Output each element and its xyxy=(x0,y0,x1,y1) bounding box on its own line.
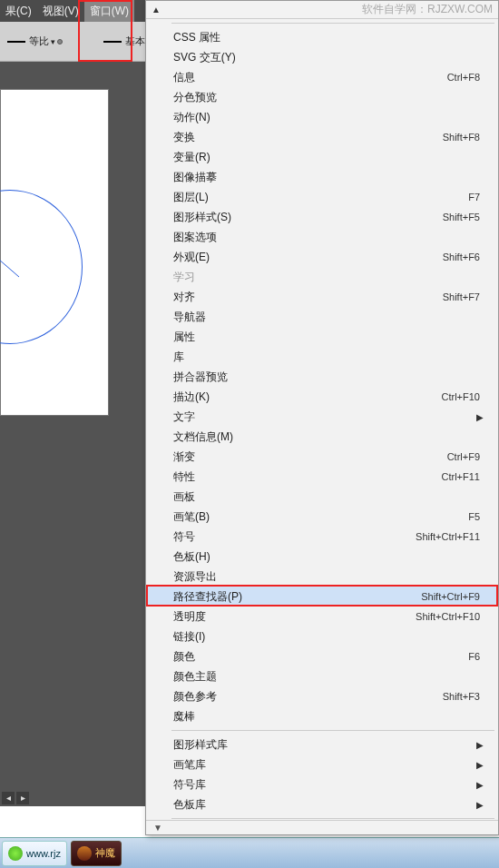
menu-item[interactable]: 动作(N) xyxy=(146,107,498,127)
menu-item[interactable]: 链接(I) xyxy=(146,626,498,646)
menu-item-shortcut: Ctrl+F8 xyxy=(447,72,480,83)
menu-item[interactable]: 渐变Ctrl+F9 xyxy=(146,447,498,467)
menu-view[interactable]: 视图(V) xyxy=(37,0,84,22)
taskbar-item[interactable]: 神魔 xyxy=(71,841,122,866)
menu-item-label: 库 xyxy=(173,350,484,365)
menu-item[interactable]: 颜色主题 xyxy=(146,666,498,686)
ratio-control[interactable]: 等比 ▾ xyxy=(4,35,64,48)
globe-icon xyxy=(8,846,23,861)
menu-item[interactable]: 符号库▶ xyxy=(146,774,498,794)
canvas-scrollbar[interactable]: ◂ ▸ xyxy=(0,790,145,806)
menu-item-label: 对齐 xyxy=(173,290,443,305)
menu-item-shortcut: Shift+Ctrl+F11 xyxy=(416,531,480,542)
menubar: 果(C)视图(V)窗口(W) xyxy=(0,0,145,22)
menu-item[interactable]: 透明度Shift+Ctrl+F10 xyxy=(146,607,498,626)
artboard[interactable] xyxy=(0,89,109,416)
menu-item-label: 颜色参考 xyxy=(173,689,443,705)
taskbar-item-label: 神魔 xyxy=(95,846,115,860)
menu-item-shortcut: F7 xyxy=(468,192,480,202)
menu-item-label: 透明度 xyxy=(173,609,416,625)
canvas-area: ◂ ▸ xyxy=(0,62,145,806)
menu-item-label: 图层(L) xyxy=(173,190,468,205)
menu-item-shortcut: Shift+Ctrl+F9 xyxy=(421,591,480,602)
menu-item[interactable]: 颜色F6 xyxy=(146,646,498,666)
menu-item[interactable]: 库 xyxy=(146,347,498,367)
menu-item-shortcut: F5 xyxy=(468,511,480,522)
menu-separator xyxy=(171,818,494,819)
menu-item[interactable]: 画板 xyxy=(146,487,498,507)
menu-item[interactable]: 颜色参考Shift+F3 xyxy=(146,686,498,706)
menu-item-label: 颜色 xyxy=(173,649,468,665)
menu-item-label: 文字 xyxy=(173,409,471,425)
taskbar-item[interactable]: www.rjz xyxy=(2,841,67,866)
submenu-arrow-icon: ▶ xyxy=(476,780,484,790)
collapse-up-icon[interactable]: ▲ xyxy=(152,5,161,15)
menu-item[interactable]: 文档信息(M) xyxy=(146,427,498,447)
menu-item-label: 导航器 xyxy=(173,310,484,325)
menu-item[interactable]: 图像描摹 xyxy=(146,167,498,187)
watermark-text: 软件自学网：RJZXW.COM xyxy=(362,2,493,17)
menu-item-label: 动作(N) xyxy=(173,110,484,125)
menu-item-label: 图形样式库 xyxy=(173,737,471,753)
menu-item[interactable]: 属性 xyxy=(146,327,498,347)
menu-item[interactable]: SVG 交互(Y) xyxy=(146,47,498,67)
dash-icon xyxy=(7,41,25,43)
path-segment-icon xyxy=(0,253,28,281)
point-icon xyxy=(57,39,63,44)
menu-item-label: 路径查找器(P) xyxy=(173,589,421,605)
menu-item[interactable]: 变换Shift+F8 xyxy=(146,127,498,147)
menu-item[interactable]: 特性Ctrl+F11 xyxy=(146,467,498,487)
menu-item[interactable]: 文字▶ xyxy=(146,407,498,427)
menu-item[interactable]: 色板(H) xyxy=(146,547,498,567)
menu-effect[interactable]: 果(C) xyxy=(0,0,37,22)
scroll-right-icon[interactable]: ▸ xyxy=(16,792,29,804)
menu-item[interactable]: 描边(K)Ctrl+F10 xyxy=(146,387,498,407)
menu-item[interactable]: 图形样式(S)Shift+F5 xyxy=(146,207,498,227)
menu-item-label: 图形样式(S) xyxy=(173,210,443,225)
dropdown-footer: ▼ xyxy=(146,820,498,834)
menu-item[interactable]: 资源导出 xyxy=(146,567,498,587)
menu-item[interactable]: 信息Ctrl+F8 xyxy=(146,67,498,87)
menu-item-label: 拼合器预览 xyxy=(173,370,484,385)
menu-item[interactable]: 符号Shift+Ctrl+F11 xyxy=(146,527,498,547)
menu-item[interactable]: 色板库▶ xyxy=(146,794,498,814)
menu-item[interactable]: 图案选项 xyxy=(146,227,498,247)
menu-item[interactable]: 外观(E)Shift+F6 xyxy=(146,247,498,267)
app-icon xyxy=(77,846,92,861)
menu-item-label: 符号 xyxy=(173,529,416,545)
dropdown-header: ▲ 软件自学网：RJZXW.COM xyxy=(146,1,498,19)
menu-separator xyxy=(171,730,494,731)
menu-item-label: 图案选项 xyxy=(173,230,484,245)
menu-item-shortcut: Shift+Ctrl+F10 xyxy=(416,611,480,622)
menu-item-label: 变量(R) xyxy=(173,150,484,165)
menu-item[interactable]: 图层(L)F7 xyxy=(146,187,498,207)
menu-item[interactable]: 画笔(B)F5 xyxy=(146,507,498,527)
menu-item[interactable]: 分色预览 xyxy=(146,87,498,107)
menu-item[interactable]: CSS 属性 xyxy=(146,27,498,47)
menu-item-label: 分色预览 xyxy=(173,90,484,105)
submenu-arrow-icon: ▶ xyxy=(476,760,484,770)
collapse-down-icon[interactable]: ▼ xyxy=(153,823,162,833)
menu-item-label: 特性 xyxy=(173,469,442,485)
menu-item[interactable]: 魔棒 xyxy=(146,706,498,726)
menu-item[interactable]: 变量(R) xyxy=(146,147,498,167)
menu-window[interactable]: 窗口(W) xyxy=(84,0,134,22)
menu-item-label: 链接(I) xyxy=(173,629,484,645)
menu-item[interactable]: 导航器 xyxy=(146,307,498,327)
menu-item-label: 资源导出 xyxy=(173,569,484,585)
scroll-left-icon[interactable]: ◂ xyxy=(2,792,15,804)
menu-item[interactable]: 图形样式库▶ xyxy=(146,735,498,755)
menu-item-shortcut: Shift+F7 xyxy=(443,291,480,302)
window-menu-dropdown: ▲ 软件自学网：RJZXW.COM CSS 属性SVG 交互(Y)信息Ctrl+… xyxy=(145,0,499,835)
menu-item-shortcut: Shift+F6 xyxy=(443,252,480,262)
menu-item[interactable]: 拼合器预览 xyxy=(146,367,498,387)
menu-item-label: 学习 xyxy=(173,270,484,285)
dropdown-list: CSS 属性SVG 交互(Y)信息Ctrl+F8分色预览动作(N)变换Shift… xyxy=(146,19,498,820)
menu-item-label: 色板(H) xyxy=(173,549,484,565)
menu-item-pathfinder[interactable]: 路径查找器(P)Shift+Ctrl+F9 xyxy=(146,587,498,607)
menu-item: 学习 xyxy=(146,267,498,287)
menu-item[interactable]: 画笔库▶ xyxy=(146,755,498,774)
taskbar-item-label: www.rjz xyxy=(26,848,61,859)
menu-item[interactable]: 对齐Shift+F7 xyxy=(146,287,498,307)
basic-control[interactable]: 基本 xyxy=(100,35,145,48)
